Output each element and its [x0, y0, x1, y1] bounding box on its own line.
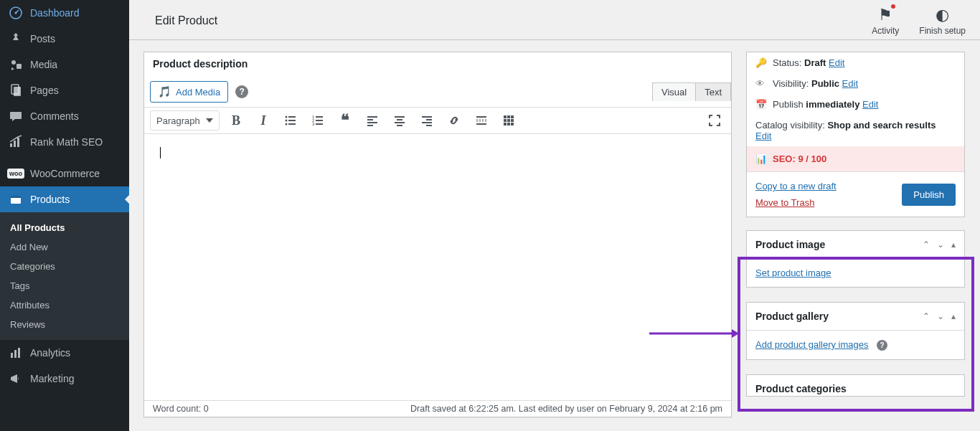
media-note-icon: 🎵 — [158, 85, 171, 98]
add-gallery-images-link[interactable]: Add product gallery images — [755, 339, 869, 350]
tinymce-toolbar: Paragraph B I 123 ❝ — [144, 107, 731, 133]
editor-textarea[interactable] — [144, 133, 731, 400]
page-title: Edit Product — [155, 6, 217, 27]
svg-rect-33 — [397, 125, 402, 126]
move-up-icon[interactable]: ⌃ — [923, 311, 930, 321]
submenu-categories[interactable]: Categories — [0, 257, 129, 276]
set-product-image-link[interactable]: Set product image — [755, 267, 831, 278]
copy-draft-link[interactable]: Copy to a new draft — [755, 181, 837, 191]
svg-rect-43 — [511, 115, 514, 118]
menu-label: WooCommerce — [30, 168, 100, 179]
submenu-add-new[interactable]: Add New — [0, 237, 129, 257]
menu-products[interactable]: Products — [0, 186, 129, 212]
bold-button[interactable]: B — [225, 110, 247, 131]
move-down-icon[interactable]: ⌄ — [937, 240, 944, 250]
svg-rect-21 — [316, 116, 323, 118]
text-tab[interactable]: Text — [695, 83, 730, 101]
bullet-list-button[interactable] — [280, 110, 301, 131]
svg-rect-45 — [507, 119, 510, 122]
quote-button[interactable]: ❝ — [334, 110, 356, 131]
topbar-actions: ⚑ Activity ◐ Finish setup — [872, 6, 966, 36]
svg-rect-6 — [10, 143, 12, 147]
menu-woocommerce[interactable]: woo WooCommerce — [0, 161, 129, 186]
svg-rect-38 — [476, 116, 486, 118]
svg-rect-42 — [507, 115, 510, 118]
menu-rankmath[interactable]: Rank Math SEO — [0, 129, 129, 155]
menu-posts[interactable]: Posts — [0, 26, 129, 52]
align-center-button[interactable] — [389, 110, 410, 131]
save-status: Draft saved at 6:22:25 am. Last edited b… — [410, 404, 722, 414]
fullscreen-button[interactable] — [704, 110, 725, 131]
menu-media[interactable]: Media — [0, 52, 129, 77]
menu-label: Pages — [30, 85, 59, 96]
activity-button[interactable]: ⚑ Activity — [872, 6, 899, 36]
svg-rect-8 — [17, 138, 19, 147]
svg-rect-13 — [18, 348, 20, 358]
move-up-icon[interactable]: ⌃ — [923, 240, 930, 250]
toggle-icon[interactable]: ▴ — [951, 311, 956, 321]
submenu-attributes[interactable]: Attributes — [0, 295, 129, 315]
postbox-title: Product description — [144, 52, 731, 75]
svg-rect-30 — [395, 116, 405, 118]
more-button[interactable] — [471, 110, 492, 131]
status-row: 🔑 Status: Draft Edit — [747, 52, 964, 73]
submenu-reviews[interactable]: Reviews — [0, 315, 129, 334]
toggle-icon[interactable]: ▴ — [951, 240, 956, 250]
analytics-icon — [9, 346, 23, 360]
svg-rect-29 — [367, 125, 373, 126]
calendar-icon: 📅 — [755, 99, 767, 110]
link-button[interactable] — [443, 110, 465, 131]
pin-icon — [9, 32, 23, 46]
visual-tab[interactable]: Visual — [653, 83, 695, 101]
eye-icon: 👁 — [755, 78, 767, 89]
comments-icon — [9, 109, 23, 123]
finish-setup-button[interactable]: ◐ Finish setup — [919, 6, 966, 36]
metabox-header: Product categories — [747, 375, 964, 396]
format-select[interactable]: Paragraph — [150, 110, 220, 131]
numbered-list-button[interactable]: 123 — [307, 110, 329, 131]
menu-pages[interactable]: Pages — [0, 77, 129, 103]
move-down-icon[interactable]: ⌄ — [937, 311, 944, 321]
edit-visibility-link[interactable]: Edit — [842, 78, 858, 89]
key-icon: 🔑 — [755, 57, 767, 68]
svg-rect-37 — [426, 125, 432, 126]
svg-rect-15 — [288, 116, 296, 118]
edit-catalog-link[interactable]: Edit — [755, 131, 771, 141]
edit-date-link[interactable]: Edit — [862, 99, 878, 110]
visibility-row: 👁 Visibility: Public Edit — [747, 73, 964, 94]
publish-button[interactable]: Publish — [902, 184, 956, 206]
dashboard-icon — [9, 6, 23, 20]
svg-text:3: 3 — [312, 122, 315, 126]
move-to-trash-link[interactable]: Move to Trash — [755, 197, 837, 208]
submenu-tags[interactable]: Tags — [0, 276, 129, 295]
menu-dashboard[interactable]: Dashboard — [0, 0, 129, 26]
svg-rect-31 — [397, 119, 402, 120]
products-submenu: All Products Add New Categories Tags Att… — [0, 212, 129, 340]
italic-button[interactable]: I — [253, 110, 274, 131]
menu-label: Rank Math SEO — [30, 136, 103, 148]
submenu-all-products[interactable]: All Products — [0, 218, 129, 237]
product-image-metabox: Product image ⌃ ⌄ ▴ Set product image — [746, 230, 965, 288]
menu-analytics[interactable]: Analytics — [0, 340, 129, 366]
menu-comments[interactable]: Comments — [0, 103, 129, 129]
svg-rect-40 — [476, 123, 486, 125]
menu-marketing[interactable]: Marketing — [0, 366, 129, 392]
help-icon[interactable]: ? — [235, 85, 248, 98]
editor-footer: Word count: 0 Draft saved at 6:22:25 am.… — [144, 400, 731, 417]
product-gallery-metabox: Product gallery ⌃ ⌄ ▴ Add product galler… — [746, 302, 965, 360]
help-icon[interactable]: ? — [877, 340, 887, 351]
svg-rect-28 — [367, 122, 377, 123]
svg-rect-36 — [422, 122, 432, 123]
toolbar-toggle-button[interactable] — [498, 110, 519, 131]
add-media-button[interactable]: 🎵 Add Media — [150, 81, 228, 103]
svg-rect-49 — [511, 123, 514, 125]
align-right-button[interactable] — [416, 110, 438, 131]
description-postbox: Product description 🎵 Add Media ? Visual… — [143, 52, 732, 417]
publish-date-row: 📅 Publish immediately Edit — [747, 94, 964, 115]
svg-rect-10 — [11, 196, 21, 198]
menu-label: Marketing — [30, 373, 74, 384]
edit-status-link[interactable]: Edit — [829, 57, 844, 68]
editor-column: Product description 🎵 Add Media ? Visual… — [143, 52, 732, 417]
align-left-button[interactable] — [362, 110, 383, 131]
publish-box: 🔑 Status: Draft Edit 👁 Visibility: Publi… — [746, 52, 965, 217]
